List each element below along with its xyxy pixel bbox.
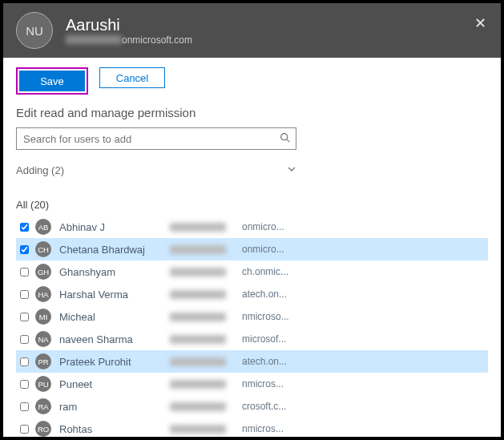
user-row[interactable]: CHChetana Bhardwajonmicro... bbox=[16, 238, 488, 260]
checkbox-wrap bbox=[16, 425, 32, 434]
highlight-save: Save bbox=[16, 67, 88, 95]
user-row[interactable]: HAHarshal Vermaatech.on... bbox=[16, 283, 488, 305]
user-name-label: Abhinav J bbox=[59, 221, 170, 233]
checkbox-wrap bbox=[16, 402, 32, 411]
content: Save Cancel Edit read and manage permiss… bbox=[3, 58, 501, 440]
header: NU Aarushi onmicrosoft.com ✕ bbox=[3, 3, 501, 58]
user-domain: microsof... bbox=[242, 333, 286, 345]
redacted-email bbox=[170, 335, 242, 344]
redacted-email-prefix bbox=[66, 35, 122, 44]
checkbox-wrap bbox=[16, 245, 32, 254]
user-domain: nmicros... bbox=[242, 378, 284, 390]
user-row[interactable]: MIMichealnmicroso... bbox=[16, 305, 488, 328]
checkbox-wrap bbox=[16, 313, 32, 321]
user-checkbox[interactable] bbox=[20, 335, 29, 344]
user-name-label: Puneet bbox=[59, 378, 170, 390]
user-list: ABAbhinav Jonmicro...CHChetana Bhardwajo… bbox=[16, 216, 488, 440]
user-domain: atech.on... bbox=[242, 356, 287, 367]
user-name-label: Rohtas bbox=[59, 423, 170, 435]
user-name-label: Harshal Verma bbox=[59, 289, 170, 301]
user-domain: crosoft.c... bbox=[242, 401, 286, 412]
adding-label: Adding (2) bbox=[16, 164, 64, 176]
redacted-email bbox=[170, 290, 242, 299]
user-name-label: Chetana Bhardwaj bbox=[59, 244, 170, 256]
user-domain: ch.onmic... bbox=[242, 266, 288, 277]
user-email: onmicrosoft.com bbox=[66, 34, 192, 46]
user-checkbox[interactable] bbox=[20, 425, 29, 434]
email-suffix: onmicrosoft.com bbox=[122, 34, 192, 46]
user-initials-badge: AB bbox=[35, 219, 51, 235]
user-initials-badge: HA bbox=[35, 286, 51, 302]
search-box bbox=[16, 127, 296, 150]
adding-row[interactable]: Adding (2) bbox=[16, 164, 296, 176]
user-domain: nmicros... bbox=[242, 423, 284, 434]
user-row[interactable]: GHGhanshyamch.onmic... bbox=[16, 260, 488, 283]
avatar-initials: NU bbox=[26, 24, 43, 38]
avatar: NU bbox=[16, 12, 53, 49]
redacted-email bbox=[170, 245, 242, 254]
redacted-email bbox=[170, 357, 242, 366]
user-initials-badge: RA bbox=[35, 398, 51, 414]
user-domain: onmicro... bbox=[242, 244, 284, 255]
checkbox-wrap bbox=[16, 357, 32, 366]
user-checkbox[interactable] bbox=[20, 223, 29, 232]
redacted-email bbox=[170, 380, 242, 389]
section-title: Edit read and manage permission bbox=[16, 106, 488, 119]
search-input[interactable] bbox=[16, 127, 296, 150]
user-initials-badge: MI bbox=[35, 309, 51, 325]
checkbox-wrap bbox=[16, 380, 32, 389]
user-row[interactable]: NAnaveen Sharmamicrosof... bbox=[16, 328, 488, 350]
redacted-email bbox=[170, 402, 242, 411]
user-row[interactable]: RAramcrosoft.c... bbox=[16, 395, 488, 418]
user-row[interactable]: PRPrateek Purohitatech.on... bbox=[16, 350, 488, 373]
user-domain: atech.on... bbox=[242, 289, 287, 300]
cancel-button[interactable]: Cancel bbox=[99, 67, 165, 88]
user-row[interactable]: ABAbhinav Jonmicro... bbox=[16, 216, 488, 238]
user-checkbox[interactable] bbox=[20, 402, 29, 411]
chevron-down-icon bbox=[287, 164, 296, 176]
user-domain: nmicroso... bbox=[242, 311, 289, 322]
user-checkbox[interactable] bbox=[20, 313, 29, 321]
user-initials-badge: RO bbox=[35, 421, 51, 437]
save-button[interactable]: Save bbox=[19, 71, 85, 91]
redacted-email bbox=[170, 425, 242, 434]
user-name-label: Ghanshyam bbox=[59, 266, 170, 278]
checkbox-wrap bbox=[16, 335, 32, 344]
user-checkbox[interactable] bbox=[20, 290, 29, 299]
checkbox-wrap bbox=[16, 268, 32, 277]
user-row[interactable]: RORohtasnmicros... bbox=[16, 418, 488, 440]
redacted-email bbox=[170, 223, 242, 232]
user-initials-badge: PR bbox=[35, 353, 51, 369]
user-initials-badge: CH bbox=[35, 241, 51, 257]
user-row[interactable]: PUPuneetnmicros... bbox=[16, 373, 488, 395]
button-row: Save Cancel bbox=[16, 67, 488, 95]
user-checkbox[interactable] bbox=[20, 357, 29, 366]
redacted-email bbox=[170, 313, 242, 321]
user-initials-badge: NA bbox=[35, 331, 51, 347]
user-name: Aarushi bbox=[66, 16, 192, 34]
checkbox-wrap bbox=[16, 290, 32, 299]
user-name-label: naveen Sharma bbox=[59, 333, 170, 345]
user-checkbox[interactable] bbox=[20, 245, 29, 254]
user-name-label: Prateek Purohit bbox=[59, 356, 170, 368]
all-label: All (20) bbox=[16, 199, 488, 211]
user-domain: onmicro... bbox=[242, 221, 284, 232]
user-info: Aarushi onmicrosoft.com bbox=[66, 16, 192, 46]
user-initials-badge: GH bbox=[35, 264, 51, 280]
user-initials-badge: PU bbox=[35, 376, 51, 392]
user-name-label: Micheal bbox=[59, 311, 170, 323]
user-checkbox[interactable] bbox=[20, 268, 29, 277]
redacted-email bbox=[170, 268, 242, 277]
checkbox-wrap bbox=[16, 223, 32, 232]
user-name-label: ram bbox=[59, 401, 170, 413]
user-checkbox[interactable] bbox=[20, 380, 29, 389]
close-icon[interactable]: ✕ bbox=[474, 14, 486, 32]
